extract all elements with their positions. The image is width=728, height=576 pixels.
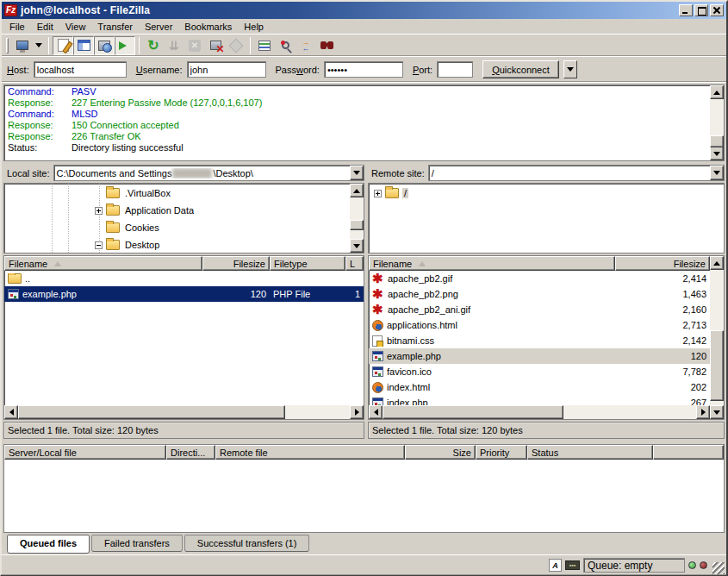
scrollbar-thumb[interactable] bbox=[18, 405, 285, 419]
file-row[interactable]: index.html202 bbox=[369, 379, 710, 395]
scrollbar-thumb[interactable] bbox=[383, 405, 563, 419]
scroll-down-icon[interactable] bbox=[350, 239, 364, 253]
refresh-button[interactable]: ↻ bbox=[143, 36, 164, 55]
scroll-left-icon[interactable] bbox=[369, 405, 383, 419]
tab-failed-transfers[interactable]: Failed transfers bbox=[91, 535, 183, 552]
log-label: Response: bbox=[8, 97, 72, 109]
host-input[interactable] bbox=[34, 61, 127, 78]
remote-list-vscrollbar[interactable] bbox=[710, 256, 724, 419]
scroll-right-icon[interactable] bbox=[696, 405, 710, 419]
disconnect-button[interactable]: ✕ bbox=[205, 36, 226, 55]
toggle-message-log-button[interactable] bbox=[53, 36, 73, 55]
menu-server[interactable]: Server bbox=[139, 21, 178, 33]
quickconnect-dropdown[interactable] bbox=[563, 60, 577, 78]
collapse-minus-icon[interactable] bbox=[95, 241, 103, 249]
tab-successful-transfers[interactable]: Successful transfers (1) bbox=[184, 535, 310, 552]
cancel-operation-button[interactable]: ✕ bbox=[184, 36, 205, 55]
transfer-queue: Server/Local file Directi... Remote file… bbox=[3, 444, 725, 533]
menu-view[interactable]: View bbox=[59, 21, 92, 33]
column-header-remote-file[interactable]: Remote file bbox=[215, 445, 405, 460]
toggle-queue-icon bbox=[119, 41, 131, 50]
find-files-button[interactable] bbox=[316, 36, 337, 55]
toggle-queue-button[interactable] bbox=[115, 36, 135, 55]
maximize-button[interactable] bbox=[694, 4, 708, 16]
column-header-filename[interactable]: Filename bbox=[369, 256, 615, 271]
column-header-server-local-file[interactable]: Server/Local file bbox=[4, 445, 166, 460]
scroll-up-icon[interactable] bbox=[710, 85, 724, 99]
scrollbar-thumb[interactable] bbox=[710, 330, 724, 401]
local-list-hscrollbar[interactable] bbox=[4, 405, 364, 419]
file-row[interactable]: ✱apache_pb2_ani.gif2,160 bbox=[369, 302, 710, 317]
column-header-filetype[interactable]: Filetype bbox=[270, 256, 345, 271]
column-header-lastmodified[interactable]: L bbox=[345, 256, 364, 271]
ascii-datatype-icon: A bbox=[549, 559, 562, 572]
local-tree-scrollbar[interactable] bbox=[350, 184, 364, 253]
scrollbar-thumb[interactable] bbox=[350, 220, 364, 230]
local-site-dropdown[interactable] bbox=[350, 166, 364, 180]
username-input[interactable] bbox=[187, 61, 266, 78]
tab-queued-files[interactable]: Queued files bbox=[7, 535, 90, 554]
menu-help[interactable]: Help bbox=[238, 21, 270, 33]
site-manager-button[interactable] bbox=[12, 36, 33, 55]
scroll-down-icon[interactable] bbox=[710, 147, 724, 160]
toggle-remote-tree-button[interactable] bbox=[94, 36, 115, 55]
port-input[interactable] bbox=[437, 61, 473, 78]
column-header-filesize[interactable]: Filesize bbox=[202, 256, 270, 271]
column-header-filesize[interactable]: Filesize bbox=[615, 256, 710, 271]
scroll-up-icon[interactable] bbox=[350, 184, 364, 197]
menu-bookmarks[interactable]: Bookmarks bbox=[178, 21, 238, 33]
recv-activity-led-icon bbox=[688, 561, 696, 569]
remote-site-dropdown[interactable] bbox=[710, 166, 724, 180]
file-row[interactable]: applications.html2,713 bbox=[369, 317, 710, 333]
menu-file[interactable]: File bbox=[3, 21, 31, 33]
quickconnect-button[interactable]: Quickconnect bbox=[482, 60, 559, 78]
toggle-message-log-icon bbox=[58, 39, 69, 52]
process-queue-icon: ⇊ bbox=[169, 39, 179, 53]
reconnect-button[interactable] bbox=[226, 36, 246, 55]
column-header-status[interactable]: Status bbox=[527, 445, 653, 460]
password-input[interactable] bbox=[324, 61, 403, 78]
scroll-down-icon[interactable] bbox=[710, 405, 724, 419]
minimize-button[interactable] bbox=[679, 4, 693, 16]
sync-browsing-button[interactable]: →← bbox=[296, 36, 316, 55]
tree-item-cookies[interactable]: Cookies bbox=[4, 219, 350, 236]
toolbar-grip[interactable] bbox=[6, 38, 9, 53]
remote-site-combo[interactable]: / bbox=[428, 165, 725, 181]
local-file-list-pane: Filename Filesize Filetype L .. example.… bbox=[3, 254, 364, 439]
scrollbar-thumb[interactable] bbox=[710, 135, 724, 147]
menu-edit[interactable]: Edit bbox=[31, 21, 59, 33]
directory-compare-button[interactable] bbox=[275, 36, 296, 55]
tree-item-desktop[interactable]: Desktop bbox=[4, 236, 350, 254]
remote-list-hscrollbar[interactable] bbox=[369, 405, 710, 419]
site-manager-dropdown[interactable] bbox=[33, 36, 45, 55]
file-row[interactable]: ✱apache_pb2.gif2,414 bbox=[369, 271, 710, 286]
file-row-parent[interactable]: .. bbox=[4, 271, 364, 286]
column-header-filename[interactable]: Filename bbox=[4, 256, 202, 271]
expand-plus-icon[interactable] bbox=[95, 207, 103, 215]
resize-grip[interactable] bbox=[712, 562, 725, 574]
file-row-example-php[interactable]: example.php120 bbox=[369, 348, 710, 364]
file-row[interactable]: bitnami.css2,142 bbox=[369, 333, 710, 348]
column-header-priority[interactable]: Priority bbox=[476, 445, 527, 460]
column-header-size[interactable]: Size bbox=[405, 445, 476, 460]
tree-item-root[interactable]: / bbox=[369, 185, 724, 202]
toggle-local-tree-button[interactable] bbox=[73, 36, 94, 55]
expand-plus-icon[interactable] bbox=[374, 190, 382, 197]
scroll-left-icon[interactable] bbox=[4, 405, 18, 419]
local-site-combo[interactable]: C:\Documents and Settings\Desktop\ bbox=[53, 165, 364, 181]
scroll-up-icon[interactable] bbox=[710, 256, 724, 270]
file-row[interactable]: ✱apache_pb2.png1,463 bbox=[369, 286, 710, 302]
process-queue-button[interactable]: ⇊ bbox=[164, 36, 184, 55]
file-row[interactable]: index.php267 bbox=[369, 395, 710, 405]
tree-item-virtualbox[interactable]: .VirtualBox bbox=[4, 185, 350, 202]
send-activity-led-icon bbox=[700, 561, 707, 569]
filter-button[interactable] bbox=[254, 36, 275, 55]
tree-item-application-data[interactable]: Application Data bbox=[4, 202, 350, 219]
log-scrollbar[interactable] bbox=[710, 85, 724, 160]
close-button[interactable] bbox=[710, 4, 724, 16]
scroll-right-icon[interactable] bbox=[350, 405, 364, 419]
column-header-direction[interactable]: Directi... bbox=[166, 445, 215, 460]
file-row[interactable]: favicon.ico7,782 bbox=[369, 364, 710, 379]
file-row-example-php[interactable]: example.php 120 PHP File 1 bbox=[4, 286, 364, 302]
menu-transfer[interactable]: Transfer bbox=[91, 21, 139, 33]
